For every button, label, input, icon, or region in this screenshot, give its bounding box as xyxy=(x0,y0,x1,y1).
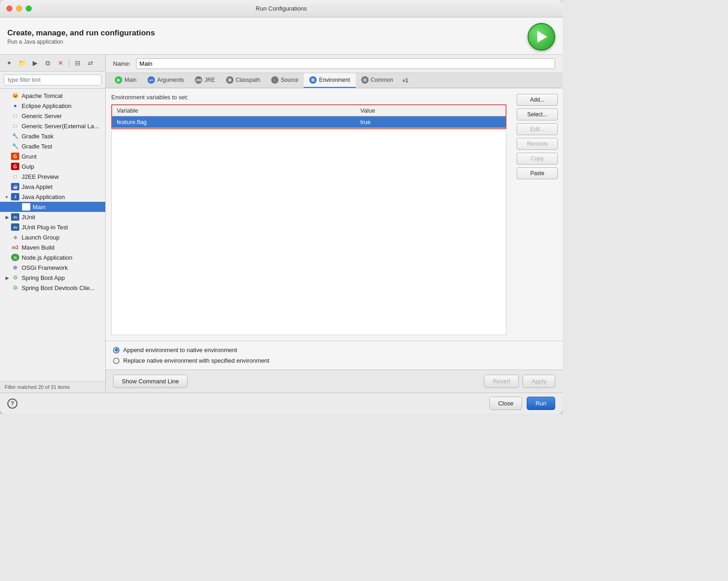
generic-server-ext-label: Generic Server(External La... xyxy=(22,123,99,130)
sidebar-item-main[interactable]: J Main xyxy=(0,202,105,212)
sidebar-item-launch-group[interactable]: ◈ Launch Group xyxy=(0,232,105,242)
maven-icon: m2 xyxy=(11,244,19,251)
link-toolbar-btn[interactable]: ⇄ xyxy=(85,57,96,68)
run-button[interactable]: Run xyxy=(527,397,555,410)
name-input[interactable] xyxy=(136,58,555,69)
run-large-button[interactable] xyxy=(528,23,555,51)
tab-main[interactable]: ▶ Main xyxy=(109,73,142,88)
sidebar-item-gradle-test[interactable]: 🔧 Gradle Test xyxy=(0,141,105,151)
sidebar-item-gradle-task[interactable]: 🔧 Gradle Task xyxy=(0,131,105,141)
close-button[interactable]: Close xyxy=(489,397,522,410)
delete-toolbar-btn[interactable]: ✕ xyxy=(55,57,66,68)
apply-button[interactable]: Apply xyxy=(523,375,555,388)
minimize-traffic-light[interactable] xyxy=(16,6,22,11)
radio-option-append[interactable]: Append environment to native environment xyxy=(113,347,555,353)
sidebar-item-maven[interactable]: m2 Maven Build xyxy=(0,242,105,252)
tab-main-icon: ▶ xyxy=(115,76,122,84)
sidebar-item-j2ee[interactable]: □ J2EE Preview xyxy=(0,171,105,182)
expand-arrow-spring-devtools xyxy=(6,285,11,290)
sidebar-item-java-application[interactable]: ▾ J Java Application xyxy=(0,192,105,202)
spring-devtools-label: Spring Boot Devtools Clie... xyxy=(22,285,95,291)
sidebar-item-eclipse-application[interactable]: ● Eclipse Application xyxy=(0,101,105,111)
radio-section: Append environment to native environment… xyxy=(106,341,563,370)
main-content: ✦ 📁 ▶ ⧉ ✕ ⊟ ⇄ 🐱 Apache Tomcat xyxy=(0,55,563,393)
sidebar-item-generic-server[interactable]: □ Generic Server xyxy=(0,111,105,121)
main-label: Main xyxy=(33,204,46,211)
sidebar-toolbar: ✦ 📁 ▶ ⧉ ✕ ⊟ ⇄ xyxy=(0,55,105,72)
tab-arguments[interactable]: x= Arguments xyxy=(142,73,189,88)
maximize-traffic-light[interactable] xyxy=(26,6,32,11)
help-button[interactable]: ? xyxy=(7,399,17,409)
generic-server-ext-icon: □ xyxy=(11,122,19,130)
radio-option-replace[interactable]: Replace native environment with specifie… xyxy=(113,357,555,364)
sidebar-item-osgi[interactable]: ⊕ OSGi Framework xyxy=(0,262,105,273)
sidebar-item-node[interactable]: n Node.js Application xyxy=(0,252,105,262)
tab-classpath[interactable]: ⊞ Classpath xyxy=(221,73,266,88)
expand-arrow-junit: ▶ xyxy=(6,215,11,220)
tab-environment[interactable]: ⊞ Environment xyxy=(304,73,355,88)
j2ee-icon: □ xyxy=(11,173,19,180)
sidebar-item-gulp[interactable]: G Gulp xyxy=(0,161,105,171)
collapse-toolbar-btn[interactable]: ⊟ xyxy=(72,57,83,68)
expand-arrow-gradle-task xyxy=(6,134,11,139)
tab-overflow[interactable]: »1 xyxy=(398,74,412,86)
env-table-header-value: Value xyxy=(356,105,506,116)
eclipse-application-icon: ● xyxy=(11,102,19,109)
duplicate-toolbar-btn[interactable]: ⧉ xyxy=(42,57,53,68)
window-title: Run Configurations xyxy=(256,5,307,12)
java-application-icon: J xyxy=(11,193,19,200)
edit-button[interactable]: Edit... xyxy=(517,123,558,135)
title-bar: Run Configurations xyxy=(0,0,563,17)
add-button[interactable]: Add... xyxy=(517,94,558,106)
env-table: Variable Value feature.flag true xyxy=(112,105,506,128)
name-bar: Name: xyxy=(106,55,563,73)
radio-append-circle[interactable] xyxy=(113,347,119,353)
window-action-buttons: Close Run xyxy=(489,397,555,410)
sidebar-item-spring-devtools[interactable]: ⚙ Spring Boot Devtools Clie... xyxy=(0,283,105,293)
sidebar-item-grunt[interactable]: G Grunt xyxy=(0,151,105,161)
table-row[interactable]: feature.flag true xyxy=(112,116,506,128)
filter-input[interactable] xyxy=(4,74,102,85)
header-subtext: Run a Java application xyxy=(7,39,155,45)
new-config-toolbar-btn[interactable]: ✦ xyxy=(4,57,15,68)
gulp-label: Gulp xyxy=(22,163,34,170)
new-folder-toolbar-btn[interactable]: 📁 xyxy=(17,57,28,68)
show-command-line-button[interactable]: Show Command Line xyxy=(113,375,188,388)
node-label: Node.js Application xyxy=(22,254,73,261)
java-applet-icon: ☕ xyxy=(11,183,19,190)
j2ee-label: J2EE Preview xyxy=(22,173,59,180)
select-button[interactable]: Select... xyxy=(517,108,558,120)
sidebar-item-java-applet[interactable]: ☕ Java Applet xyxy=(0,182,105,192)
sidebar-item-junit[interactable]: ▶ Ju JUnit xyxy=(0,212,105,222)
grunt-label: Grunt xyxy=(22,153,37,160)
expand-arrow-java-applet xyxy=(6,184,11,189)
sidebar-item-apache-tomcat[interactable]: 🐱 Apache Tomcat xyxy=(0,91,105,101)
sidebar-item-junit-plugin[interactable]: Ju JUnit Plug-in Test xyxy=(0,222,105,232)
sidebar-item-generic-server-ext[interactable]: □ Generic Server(External La... xyxy=(0,121,105,131)
expand-arrow-java-application: ▾ xyxy=(6,194,11,199)
expand-arrow-maven xyxy=(6,245,11,250)
tab-common[interactable]: ⊟ Common xyxy=(356,73,399,88)
run-toolbar-btn[interactable]: ▶ xyxy=(29,57,40,68)
junit-label: JUnit xyxy=(22,214,35,221)
radio-replace-circle[interactable] xyxy=(113,358,119,364)
env-variable-cell: feature.flag xyxy=(112,116,356,128)
expand-arrow-gradle-test xyxy=(6,144,11,149)
node-icon: n xyxy=(11,254,19,261)
tab-source[interactable]: ↓ Source xyxy=(266,73,304,88)
tab-jre[interactable]: JRE JRE xyxy=(189,73,221,88)
grunt-icon: G xyxy=(11,153,19,160)
paste-button[interactable]: Paste xyxy=(517,167,558,179)
copy-button[interactable]: Copy xyxy=(517,153,558,165)
side-buttons-panel: Add... Select... Edit... Remove Copy Pas… xyxy=(512,88,563,341)
tab-environment-icon: ⊞ xyxy=(309,76,317,84)
remove-button[interactable]: Remove xyxy=(517,138,558,150)
tab-source-label: Source xyxy=(281,77,298,83)
launch-group-icon: ◈ xyxy=(11,234,19,241)
close-traffic-light[interactable] xyxy=(6,6,12,11)
revert-button[interactable]: Revert xyxy=(484,375,519,388)
spring-devtools-icon: ⚙ xyxy=(11,284,19,291)
sidebar-item-spring-boot[interactable]: ▶ ⚙ Spring Boot App xyxy=(0,273,105,283)
window-bottom-bar: ? Close Run xyxy=(0,393,563,414)
tab-classpath-icon: ⊞ xyxy=(226,76,233,84)
